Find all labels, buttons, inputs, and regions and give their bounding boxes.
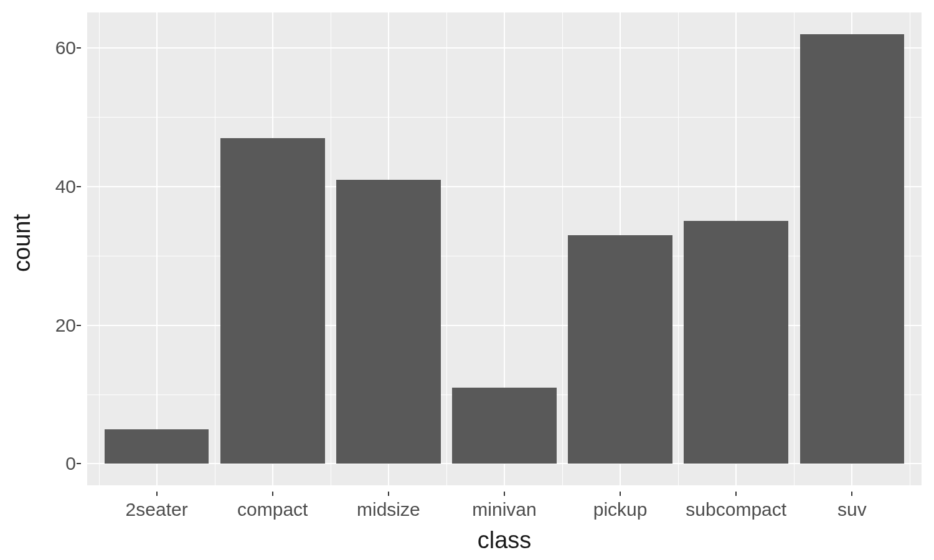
plot-panel [87, 12, 922, 485]
x-tick-mark [735, 492, 737, 496]
x-tick-mark [272, 492, 273, 496]
y-tick-mark [77, 47, 81, 49]
y-tick-label: 20 [39, 315, 76, 336]
y-tick-mark [77, 463, 81, 464]
bar-pickup [568, 235, 672, 464]
x-tick-label: compact [237, 499, 308, 520]
y-tick-label: 60 [39, 37, 76, 58]
bar-midsize [336, 180, 441, 464]
x-tick-mark [504, 492, 505, 496]
x-tick-mark [851, 492, 852, 496]
y-axis-title: count [6, 0, 37, 485]
x-tick-mark [388, 492, 389, 496]
x-tick-label: minivan [472, 499, 536, 520]
bars-layer [87, 12, 922, 485]
y-tick-label: 0 [39, 453, 76, 474]
y-axis-title-text: count [9, 214, 35, 272]
x-tick-label: pickup [593, 499, 648, 520]
x-tick-label: midsize [357, 499, 420, 520]
y-tick-mark [77, 325, 81, 326]
x-axis-title: class [87, 527, 922, 554]
bar-suv [800, 34, 905, 464]
y-tick-label: 40 [39, 176, 76, 197]
y-tick-mark [77, 186, 81, 187]
x-tick-label: suv [837, 499, 867, 520]
bar-subcompact [684, 221, 788, 464]
x-tick-label: 2seater [126, 499, 188, 520]
chart-container: count 0204060 2seatercompactmidsizeminiv… [0, 0, 934, 560]
bar-minivan [452, 388, 557, 464]
x-tick-mark [620, 492, 621, 496]
x-tick-mark [156, 492, 158, 496]
bar-2seater [105, 429, 209, 464]
y-axis-ticks: 0204060 [37, 12, 81, 485]
x-axis-ticks: 2seatercompactmidsizeminivanpickupsubcom… [87, 492, 922, 523]
x-tick-label: subcompact [686, 499, 786, 520]
bar-compact [220, 138, 325, 464]
